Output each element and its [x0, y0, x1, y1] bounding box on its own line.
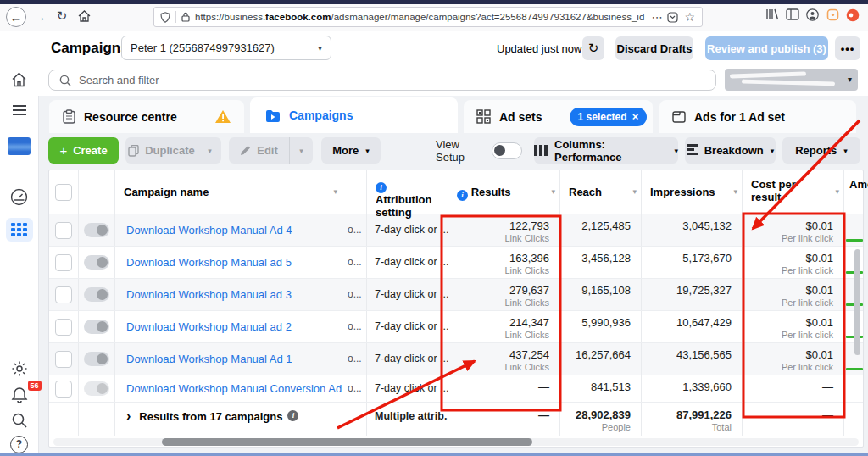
nav-settings-gear-icon[interactable]: [0, 360, 38, 377]
campaign-name-link[interactable]: Download Workshop Manual ad 3: [115, 279, 342, 301]
campaign-toggle[interactable]: [84, 223, 109, 237]
campaign-name-link[interactable]: Download Workshop Manual Ad 4: [115, 214, 342, 236]
vertical-scrollbar[interactable]: [854, 249, 860, 355]
account-icon[interactable]: [806, 8, 819, 21]
chevron-down-icon: ▾: [843, 147, 848, 155]
table-row[interactable]: Download Workshop Manual ad 3 o... 7-day…: [49, 279, 863, 311]
business-avatar-redacted[interactable]: [0, 137, 38, 155]
ad-account-selector[interactable]: Peter 1 (2556874997931627) ▾: [121, 36, 331, 60]
nav-notifications-bell-icon[interactable]: 56: [0, 386, 38, 403]
reach-value: 841,513: [591, 381, 631, 393]
impressions-value: 43,156,565: [676, 348, 732, 361]
tab-campaigns[interactable]: Campaigns: [250, 97, 458, 133]
sort-caret-icon[interactable]: ▾: [632, 187, 637, 196]
row-checkbox[interactable]: [55, 319, 72, 336]
redacted-dropdown[interactable]: ▾: [725, 69, 858, 91]
browser-home-icon[interactable]: [75, 7, 93, 25]
row-checkbox[interactable]: [55, 286, 72, 303]
sidebars-icon[interactable]: [786, 8, 799, 20]
campaign-toggle[interactable]: [84, 287, 109, 302]
sort-caret-icon[interactable]: ▾: [733, 187, 737, 196]
refresh-icon: ↻: [588, 41, 599, 56]
table-row[interactable]: Download Workshop Manual ad 5 o... 7-day…: [49, 247, 863, 279]
header-cost-per-result[interactable]: Cost per result▾: [743, 170, 844, 214]
campaign-name-link[interactable]: Download Workshop Manual ad 2: [115, 311, 342, 333]
more-button[interactable]: More ▾: [321, 137, 381, 164]
bookmark-star-icon[interactable]: ☆: [684, 10, 695, 24]
header-more-button[interactable]: •••: [835, 36, 860, 60]
table-row[interactable]: Download Workshop Manual Ad 1 o... 7-day…: [49, 343, 863, 375]
sort-caret-icon[interactable]: ▾: [551, 187, 555, 196]
nav-gauge-icon[interactable]: [0, 188, 38, 206]
tracking-shield-icon[interactable]: [160, 12, 170, 23]
sort-caret-icon[interactable]: ▾: [835, 187, 839, 196]
library-icon[interactable]: [765, 8, 779, 20]
create-button[interactable]: + Create: [48, 137, 119, 164]
campaign-name-link[interactable]: Download Workshop Manual ad 5: [115, 247, 342, 269]
edit-split-button[interactable]: Edit ▾: [229, 137, 313, 164]
row-checkbox[interactable]: [55, 254, 72, 271]
table-row[interactable]: Download Workshop Manual ad 2 o... 7-day…: [49, 311, 863, 343]
table-row[interactable]: Download Workshop Manual Ad 4 o... 7-day…: [49, 214, 863, 247]
address-bar[interactable]: https://business.facebook.com/adsmanager…: [153, 7, 703, 27]
tab-ads[interactable]: Ads for 1 Ad set: [659, 100, 856, 133]
row-checkbox[interactable]: [55, 351, 72, 368]
selected-filter-pill[interactable]: 1 selected ×: [570, 108, 648, 126]
plus-icon: +: [59, 143, 67, 158]
row-checkbox[interactable]: [55, 381, 72, 398]
campaign-toggle[interactable]: [84, 255, 109, 270]
campaign-toggle[interactable]: [84, 352, 109, 366]
profile-avatar-icon[interactable]: [846, 8, 860, 22]
campaign-toggle[interactable]: [84, 381, 109, 396]
summary-reach: 28,902,839: [576, 409, 631, 421]
lock-icon[interactable]: [181, 12, 190, 22]
campaign-name-link[interactable]: Download Workshop Manual Conversion Ad: [115, 375, 342, 395]
select-all-checkbox[interactable]: [55, 184, 72, 201]
header-results[interactable]: i Results▾: [448, 170, 560, 214]
header-reach[interactable]: Reach▾: [560, 170, 642, 214]
horizontal-scrollbar-thumb[interactable]: [162, 438, 532, 446]
nav-home-icon[interactable]: [0, 72, 38, 87]
discard-drafts-button[interactable]: Discard Drafts: [615, 36, 693, 60]
extension-orange-icon[interactable]: [826, 8, 839, 21]
nav-ads-manager-icon[interactable]: [0, 218, 38, 242]
nav-search-icon[interactable]: [0, 412, 38, 429]
horizontal-scrollbar-track[interactable]: [53, 438, 859, 446]
edit-caret[interactable]: ▾: [290, 147, 313, 155]
campaign-toggle[interactable]: [84, 320, 109, 334]
expand-chevron-icon[interactable]: ›: [126, 410, 131, 422]
header-attribution[interactable]: i Attribution setting: [367, 170, 448, 214]
view-setup-toggle[interactable]: [492, 142, 522, 159]
nav-help-icon[interactable]: ?: [0, 436, 38, 453]
header-campaign-name[interactable]: Campaign name▾: [115, 170, 342, 214]
reports-button[interactable]: Reports ▾: [782, 137, 860, 164]
browser-reload-icon[interactable]: ↻: [53, 7, 71, 25]
review-and-publish-button[interactable]: Review and publish (3): [705, 36, 828, 60]
columns-button[interactable]: Columns: Performance ▾: [534, 137, 678, 164]
table-row[interactable]: Download Workshop Manual Conversion Ad o…: [49, 375, 863, 403]
edit-button[interactable]: Edit: [229, 144, 289, 157]
header-amount-spent[interactable]: Amo: [844, 170, 865, 214]
breakdown-button[interactable]: Breakdown ▾: [685, 137, 776, 164]
reports-label: Reports: [795, 144, 837, 157]
pocket-icon[interactable]: [667, 12, 678, 23]
duplicate-button[interactable]: Duplicate: [125, 144, 198, 157]
sort-caret-icon[interactable]: ▾: [333, 187, 337, 196]
header-impressions[interactable]: Impressions▾: [642, 170, 743, 214]
duplicate-split-button[interactable]: Duplicate ▾: [125, 137, 221, 164]
browser-forward-icon[interactable]: →: [31, 7, 49, 25]
search-and-filter-input[interactable]: Search and filter: [48, 70, 716, 91]
nav-menu-icon[interactable]: [0, 104, 38, 116]
info-icon[interactable]: i: [376, 182, 387, 193]
tab-ad-sets[interactable]: Ad sets 1 selected ×: [464, 100, 653, 133]
refresh-button[interactable]: ↻: [582, 36, 604, 60]
info-icon[interactable]: i: [287, 410, 298, 421]
tab-resource-centre[interactable]: Resource centre: [49, 100, 244, 133]
campaign-name-link[interactable]: Download Workshop Manual Ad 1: [115, 343, 342, 365]
row-checkbox[interactable]: [55, 222, 72, 239]
close-icon[interactable]: ×: [632, 110, 639, 123]
url-overflow-icon[interactable]: ⋯: [651, 11, 662, 24]
info-icon[interactable]: i: [457, 190, 468, 201]
duplicate-caret[interactable]: ▾: [198, 147, 221, 155]
browser-back-icon[interactable]: ←: [6, 7, 26, 27]
